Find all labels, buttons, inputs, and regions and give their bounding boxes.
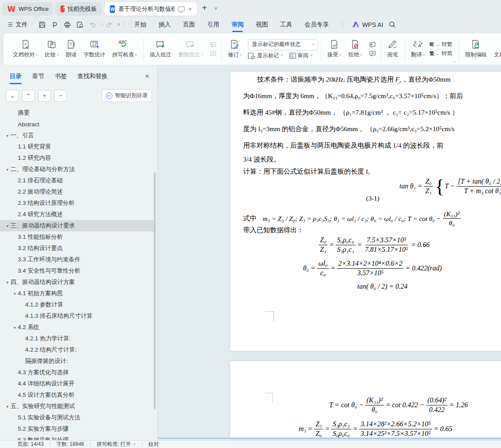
toc-item[interactable]: ▾ 2.3 结构设计原理分析 <box>0 198 155 209</box>
quickbar-chevron-icon[interactable]: ˅ <box>118 22 120 27</box>
toc-expand-arrow-icon[interactable]: ▾ <box>4 224 10 228</box>
search-icon[interactable] <box>388 20 397 29</box>
toc-item[interactable]: ▾ 4.2 系统 <box>0 322 155 333</box>
doc-proofread-button[interactable]: a 文档校对˅ <box>10 40 41 59</box>
reject-changes-button[interactable]: 拒绝˅ <box>345 40 366 59</box>
toc-item[interactable]: ▾ 2.4 研究方法概述 <box>0 209 155 220</box>
sidebar-tab-bookmarks[interactable]: 书签 <box>55 72 67 80</box>
spellcheck-indicator[interactable]: 拼写检查: 打开 <box>97 441 131 448</box>
toc-item[interactable]: ▾ 2.1 排石理论基础 <box>0 175 155 186</box>
toc-expand-all-button[interactable]: ⌄ <box>6 90 19 102</box>
previous-comment-icon[interactable] <box>208 42 217 48</box>
show-markup-button[interactable]: 显示标记˅ <box>248 52 283 59</box>
toc-expand-arrow-icon[interactable]: ▾ <box>12 291 18 296</box>
accept-changes-button[interactable]: 接受˅ <box>324 40 345 59</box>
draw-brush-button[interactable]: 画笔 <box>384 40 402 59</box>
toc-item[interactable]: ▾ 3.4 安全性与可靠性分析 <box>0 265 155 277</box>
tab-wps-office[interactable]: W WPS Office <box>2 2 53 16</box>
save-icon[interactable] <box>38 20 47 29</box>
next-change-icon[interactable] <box>368 50 376 56</box>
menu-item-4[interactable]: 引用 <box>207 21 219 29</box>
menu-item-6[interactable]: 视图 <box>256 21 268 29</box>
toc-item[interactable]: ▾ 4.5 设计方案仿真分析 <box>0 389 155 401</box>
toc-item[interactable]: ▾ 5.1 实验设备与测试方法 <box>0 412 155 423</box>
to-simplified-button[interactable]: 繁→ 转简 <box>429 50 452 57</box>
translate-button[interactable]: 文A 翻译˅ <box>408 40 428 59</box>
tab-docer-templates[interactable]: 找稻壳模板 <box>55 2 102 16</box>
toc-item[interactable]: ▾ 1.2 研究内容 <box>0 152 155 164</box>
toc-item[interactable]: ▾ 摘要 <box>0 107 155 119</box>
tab-list-chevron-icon[interactable]: ˅ <box>214 6 217 11</box>
toc-zoom-out-button[interactable]: − <box>54 90 67 102</box>
smart-toc-button[interactable]: 智能识别目录 <box>102 89 152 102</box>
export-pdf-icon[interactable] <box>50 20 59 29</box>
toc-item[interactable]: ▾ 4.3 方案优化与选择 <box>0 367 155 378</box>
page-indicator[interactable]: 页面: 14/43 <box>17 441 44 448</box>
toc-collapse-all-button[interactable]: ⌄ <box>22 90 35 102</box>
sidebar-scrollbar[interactable] <box>154 172 156 409</box>
spellcheck-chevron-icon[interactable]: ˅ <box>133 443 135 446</box>
proofread-button[interactable]: 校对 <box>148 441 159 448</box>
menu-item-3[interactable]: 页面 <box>183 21 195 29</box>
redo-icon[interactable] <box>105 20 114 29</box>
wps-ai-button[interactable]: WPS AI <box>352 21 383 28</box>
toc-item[interactable]: ▾ 1.1 研究背景 <box>0 141 155 152</box>
toc-item[interactable]: ▾ 四、振动器结构设计方案 <box>0 277 155 288</box>
toc-item[interactable]: ▾ 3.1 性能指标分析 <box>0 231 155 243</box>
sidebar-tab-chapters[interactable]: 章节 <box>32 72 44 80</box>
restrict-editing-button[interactable]: 限制编辑 <box>462 40 491 59</box>
to-traditional-button[interactable]: 简→ 转繁 <box>429 41 452 48</box>
document-page-2[interactable]: T = cot θ₀ − (K₃₃)²θ₀ = cot 0.422 − (0.6… <box>230 361 501 439</box>
print-preview-icon[interactable] <box>76 20 85 29</box>
document-scrollbar[interactable] <box>158 438 501 439</box>
toc-expand-arrow-icon[interactable]: ▾ <box>4 133 10 138</box>
word-count-indicator[interactable]: 字数: 18846 <box>56 441 84 448</box>
sidebar-tab-find-replace[interactable]: 查找和替换 <box>77 72 108 80</box>
toc-item[interactable]: ▾ 3.2 结构设计要点 <box>0 243 155 254</box>
encrypt-document-button[interactable]: 文档加密 <box>491 40 501 59</box>
toc-item[interactable]: ▾ 一、引言 <box>0 130 155 141</box>
document-page-1[interactable]: 技术条件：谐振频率为 20kHz, 压电陶瓷片选用 Fc，直径为Φ50mm 为Φ… <box>230 72 501 351</box>
delete-comment-button[interactable]: 删除批注˅ <box>175 40 207 59</box>
next-comment-icon[interactable] <box>208 50 217 56</box>
menu-item-8[interactable]: 会员专享 <box>304 21 329 29</box>
new-tab-button[interactable]: + <box>202 3 207 13</box>
print-icon[interactable] <box>63 20 72 29</box>
toc-item[interactable]: ▾ 2.2 振动理论简述 <box>0 186 155 198</box>
toc-expand-arrow-icon[interactable]: ▾ <box>12 325 18 330</box>
toc-item[interactable]: ▾ 隔振弹簧的设计: <box>0 356 155 367</box>
menu-item-1[interactable]: 开始 <box>134 21 146 29</box>
toc-item[interactable]: ▾ 4.1.3 排石床结构尺寸计算 <box>0 310 155 322</box>
undo-chevron-icon[interactable]: ˅ <box>101 22 103 27</box>
toc-item[interactable]: ▾ Abstract <box>0 119 155 130</box>
toc-item[interactable]: ▾ 4.1.2 参数计算 <box>0 299 155 310</box>
track-changes-button[interactable]: 修订˅ <box>224 40 245 59</box>
sidebar-close-icon[interactable]: × <box>145 72 149 81</box>
toc-item[interactable]: ▾ 5.3 数据采集与处理 <box>0 435 155 440</box>
menu-item-7[interactable]: 工具 <box>280 21 292 29</box>
menu-item-5[interactable]: 审阅 <box>231 21 244 29</box>
toc-item[interactable]: ▾ 4.1 初始方案构思 <box>0 288 155 299</box>
word-count-button[interactable]: 12 字数统计 <box>80 40 109 59</box>
sidebar-tab-toc[interactable]: 目录 <box>10 72 22 80</box>
compare-button[interactable]: 比较˅ <box>41 40 62 59</box>
review-pane-button[interactable]: 审阅˅ <box>289 52 313 59</box>
read-aloud-button[interactable]: 朗读 <box>63 40 80 59</box>
group-expand-icon[interactable]: ⌟ <box>453 58 455 63</box>
toc-expand-arrow-icon[interactable]: ▾ <box>4 404 10 409</box>
markup-state-dropdown[interactable]: 显示标记的最终状态˅ <box>248 39 318 50</box>
toc-item[interactable]: ▾ 4.2.1 热力学计算: <box>0 333 155 344</box>
file-menu-button[interactable]: ☰ 文件 <box>8 21 28 29</box>
toc-zoom-in-button[interactable]: + <box>38 90 51 102</box>
insert-comment-button[interactable]: 插入批注 <box>146 40 175 59</box>
close-tab-icon[interactable]: × <box>188 5 192 13</box>
spell-check-button[interactable]: ABC 拼写检查˅ <box>109 40 141 59</box>
toc-expand-arrow-icon[interactable]: ▾ <box>4 167 10 172</box>
toc-item[interactable]: ▾ 4.2.2 结构尺寸计算: <box>0 344 155 356</box>
toc-item[interactable]: ▾ 二、理论基础与分析方法 <box>0 164 155 175</box>
toc-expand-arrow-icon[interactable]: ▾ <box>4 280 10 285</box>
toc-item[interactable]: ▾ 3.3 工作环境与约束条件 <box>0 254 155 265</box>
toc-item[interactable]: ▾ 五、实验研究与性能测试 <box>0 401 155 412</box>
toc-item[interactable]: ▾ 5.2 实验方案与步骤 <box>0 423 155 435</box>
toc-item[interactable]: ▾ 三、振动器结构设计要求 <box>0 220 155 231</box>
